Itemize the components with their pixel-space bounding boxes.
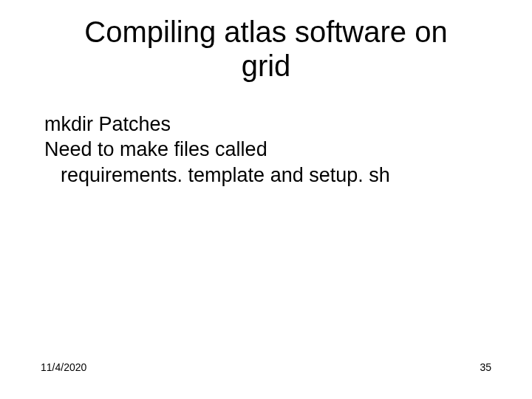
body-line-2: Need to make files called xyxy=(44,137,495,161)
slide-footer: 11/4/2020 35 xyxy=(37,361,495,377)
slide-body: mkdir Patches Need to make files called … xyxy=(37,112,495,361)
slide-title: Compiling atlas software on grid xyxy=(37,15,495,83)
body-line-1: mkdir Patches xyxy=(44,112,495,136)
slide-container: Compiling atlas software on grid mkdir P… xyxy=(0,0,532,399)
footer-page-number: 35 xyxy=(480,361,491,373)
body-line-3: requirements. template and setup. sh xyxy=(44,163,495,187)
footer-date: 11/4/2020 xyxy=(41,361,86,373)
